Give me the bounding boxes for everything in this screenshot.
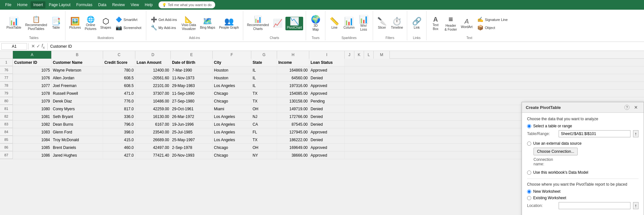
cell[interactable]: NJ (251, 113, 277, 120)
cell[interactable]: Approved (309, 128, 345, 136)
cell[interactable]: 164869.00 (277, 66, 309, 74)
menu-file[interactable]: File (3, 1, 14, 8)
menu-review[interactable]: Review (110, 1, 127, 8)
radio-data-model-input[interactable] (527, 171, 531, 175)
col-header-g[interactable]: G (251, 51, 277, 59)
menu-view[interactable]: View (128, 1, 142, 8)
recommended-charts-button[interactable]: 📊 RecommendedCharts (246, 15, 270, 32)
menu-insert[interactable]: Insert (31, 1, 45, 8)
cell[interactable]: Approved (309, 90, 345, 97)
cell-g1[interactable]: State (251, 59, 277, 66)
cell[interactable]: Denied (309, 105, 345, 112)
cell[interactable]: 22101.00 (135, 82, 171, 89)
cell[interactable]: Chicago (213, 97, 251, 105)
slicer-button[interactable]: 🔪 Slicer (376, 17, 389, 30)
cell[interactable]: Allen Jordan (52, 74, 103, 82)
cell[interactable]: Joel Freeman (52, 82, 103, 89)
cell[interactable]: 608.5 (103, 82, 135, 89)
cell-f1[interactable]: City (213, 59, 251, 66)
cell[interactable]: Denied (309, 113, 345, 120)
pivotchart-button[interactable]: 📉 PivotChart (285, 17, 303, 30)
cell[interactable]: FL (251, 128, 277, 136)
radio-select-table[interactable]: Select a table or range (527, 124, 639, 128)
cell[interactable]: 154085.00 (277, 90, 309, 97)
col-header-d[interactable]: D (135, 51, 171, 59)
cell[interactable]: Los Angeles (213, 121, 251, 128)
cell[interactable]: 6167.00 (135, 121, 171, 128)
cell[interactable]: Pending (309, 97, 345, 105)
radio-external-source-input[interactable] (527, 142, 531, 146)
cell[interactable]: 186222.00 (277, 136, 309, 143)
formula-input[interactable] (49, 44, 643, 49)
cell-c1[interactable]: Credit Score (103, 59, 135, 66)
pictures-button[interactable]: 🖼️ Pictures (68, 17, 82, 30)
radio-select-table-input[interactable] (527, 124, 531, 128)
cell[interactable]: OH (251, 144, 277, 151)
dialog-help-button[interactable]: ? (624, 105, 630, 110)
cell-d1[interactable]: Loan Amount (135, 59, 171, 66)
cell[interactable]: Approved (309, 82, 345, 89)
cell[interactable]: 130158.00 (277, 97, 309, 105)
cell[interactable]: Corey Myers (52, 105, 103, 112)
cell[interactable]: IL (251, 82, 277, 89)
cell[interactable]: 25-Jul-1985 (171, 128, 213, 136)
cell[interactable]: Derek Diaz (52, 97, 103, 105)
cell[interactable]: Houston (213, 74, 251, 82)
cell[interactable]: 776.0 (103, 97, 135, 105)
cell[interactable]: 26-Mar-1972 (171, 113, 213, 120)
cell[interactable]: 336.0 (103, 113, 135, 120)
cell[interactable]: 1078 (13, 90, 52, 97)
line-sparkline-button[interactable]: 📏 Line (328, 17, 341, 30)
cell[interactable]: Approved (309, 144, 345, 151)
cell[interactable]: 780.0 (103, 66, 135, 74)
smartart-button[interactable]: 🔷 SmartArt (114, 16, 143, 23)
cell[interactable]: 37307.00 (135, 90, 171, 97)
cell[interactable]: 817.0 (103, 105, 135, 112)
insert-function-icon[interactable]: fx (42, 43, 45, 49)
location-expand-button[interactable]: ↑ (633, 202, 639, 209)
col-header-l[interactable]: L (364, 51, 374, 59)
cell[interactable]: CA (251, 121, 277, 128)
menu-page-layout[interactable]: Page Layout (46, 1, 73, 8)
cell[interactable]: 796.0 (103, 121, 135, 128)
cell[interactable]: 1083 (13, 128, 52, 136)
cell[interactable]: IL (251, 74, 277, 82)
cell[interactable]: Approved (309, 151, 345, 159)
cell[interactable]: 11-Nov-1973 (171, 74, 213, 82)
cancel-formula-icon[interactable]: ✕ (31, 44, 35, 49)
cell[interactable]: 25-May-1997 (171, 136, 213, 143)
cell[interactable]: Jared Hughes (52, 151, 103, 159)
online-pictures-button[interactable]: 🌐 OnlinePictures (83, 15, 98, 32)
cell[interactable]: 1077 (13, 82, 52, 89)
cell[interactable]: TX (251, 136, 277, 143)
3d-map-button[interactable]: 🌍 3DMap (309, 15, 322, 32)
radio-new-worksheet-input[interactable] (527, 190, 531, 194)
cell[interactable]: TX (251, 90, 277, 97)
cell[interactable]: NY (251, 151, 277, 159)
cell[interactable]: 471.0 (103, 90, 135, 97)
cell-e1[interactable]: Date of Birth (171, 59, 213, 66)
cell[interactable]: Chicago (213, 151, 251, 159)
cell[interactable]: Los Angeles (213, 136, 251, 143)
cell[interactable]: 127945.00 (277, 128, 309, 136)
cell[interactable]: 1085 (13, 144, 52, 151)
cell[interactable]: 1086 (13, 151, 52, 159)
shapes-button[interactable]: ⬡ Shapes (99, 17, 112, 30)
cell[interactable]: Denied (309, 121, 345, 128)
cell[interactable]: TX (251, 97, 277, 105)
cell[interactable]: 23540.00 (135, 128, 171, 136)
cell[interactable]: -20561.60 (135, 74, 171, 82)
cell[interactable]: 20-Nov-1993 (171, 151, 213, 159)
cell[interactable]: 38666.00 (277, 151, 309, 159)
recommended-pivottables-button[interactable]: 📋 RecommendedPivotTables (24, 15, 48, 32)
col-header-j[interactable]: J (345, 51, 354, 59)
radio-existing-worksheet[interactable]: Existing Worksheet (527, 196, 639, 200)
column-sparkline-button[interactable]: 📊 Column (342, 17, 356, 30)
cell[interactable]: 172766.00 (277, 113, 309, 120)
cell[interactable]: 12400.00 (135, 66, 171, 74)
cell[interactable]: 169649.00 (277, 144, 309, 151)
cell[interactable]: 42259.00 (135, 105, 171, 112)
col-header-e[interactable]: E (171, 51, 213, 59)
cell[interactable]: Denied (309, 74, 345, 82)
cell[interactable]: Denied (309, 136, 345, 143)
